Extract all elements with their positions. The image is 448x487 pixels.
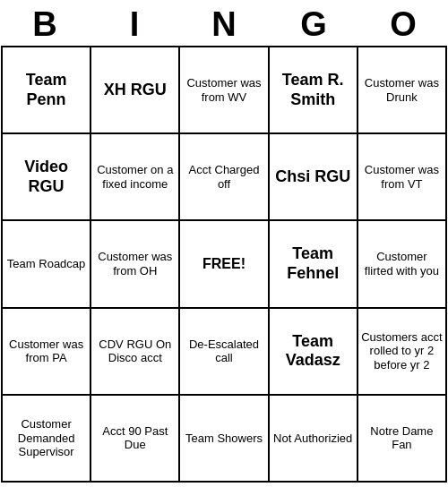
bingo-grid: Team PennXH RGUCustomer was from WVTeam … [1,46,447,483]
bingo-cell-r4-c0: Customer Demanded Supervisor [3,396,91,483]
bingo-cell-r2-c0: Team Roadcap [3,221,91,308]
bingo-cell-r1-c4: Customer was from VT [358,134,447,221]
bingo-cell-r3-c2: De-Escalated call [180,309,269,396]
bingo-cell-r3-c0: Customer was from PA [3,309,91,396]
bingo-header: BINGO [0,0,448,46]
bingo-cell-r0-c4: Customer was Drunk [358,47,447,134]
bingo-cell-r0-c2: Customer was from WV [180,47,269,134]
bingo-cell-r3-c3: Team Vadasz [270,309,358,396]
bingo-cell-r0-c1: XH RGU [91,47,180,134]
bingo-cell-r2-c3: Team Fehnel [270,221,358,308]
bingo-cell-r1-c2: Acct Charged off [180,134,269,221]
bingo-letter-o: O [363,5,444,44]
bingo-cell-r4-c2: Team Showers [180,396,269,483]
bingo-cell-r2-c4: Customer flirted with you [358,221,447,308]
bingo-cell-r4-c3: Not Authorizied [270,396,358,483]
bingo-cell-r2-c2: FREE! [180,221,269,308]
bingo-letter-b: B [4,5,85,44]
bingo-cell-r0-c0: Team Penn [3,47,91,134]
bingo-cell-r4-c1: Acct 90 Past Due [91,396,180,483]
bingo-letter-n: N [184,5,264,44]
bingo-cell-r1-c1: Customer on a fixed income [91,134,180,221]
bingo-cell-r0-c3: Team R. Smith [270,47,358,134]
bingo-letter-i: I [94,5,175,44]
bingo-cell-r3-c4: Customers acct rolled to yr 2 before yr … [358,309,447,396]
bingo-cell-r1-c3: Chsi RGU [270,134,358,221]
bingo-cell-r4-c4: Notre Dame Fan [358,396,447,483]
bingo-letter-g: G [273,5,354,44]
bingo-cell-r2-c1: Customer was from OH [91,221,180,308]
bingo-cell-r3-c1: CDV RGU On Disco acct [91,309,180,396]
bingo-cell-r1-c0: Video RGU [3,134,91,221]
